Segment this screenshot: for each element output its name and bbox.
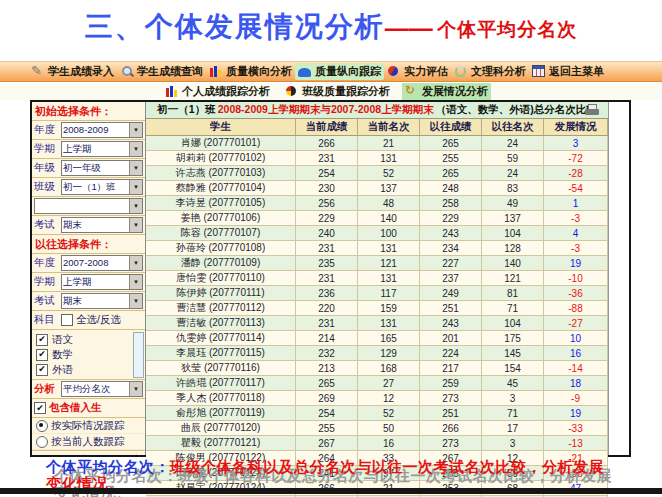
subject-checkbox[interactable] xyxy=(36,364,48,376)
toolbar-item-ring[interactable]: 文理科分析 xyxy=(451,63,529,80)
subject-checkbox[interactable] xyxy=(36,349,48,361)
student-cell: 陈容 (207770107) xyxy=(146,226,296,240)
initial-conditions-label: 初始选择条件： xyxy=(32,102,145,121)
table-row[interactable]: 陈伊婷 (207770111)23611724981-36 xyxy=(146,286,608,301)
change-cell: 4 xyxy=(544,226,608,240)
filter-dropdown[interactable]: 2008-2009▼ xyxy=(61,122,143,138)
current-score-cell: 231 xyxy=(296,241,358,255)
current-rank-cell: 137 xyxy=(358,181,420,195)
radio-icon[interactable] xyxy=(36,436,48,448)
past-rank-cell: 17 xyxy=(482,421,544,435)
report-title: 初一（1）班 2008-2009上学期期末与2007-2008上学期期末 （语文… xyxy=(146,102,608,119)
change-cell: 10 xyxy=(544,331,608,345)
filter-label: 班级 xyxy=(34,180,61,194)
chevron-down-icon[interactable]: ▼ xyxy=(129,180,142,194)
filter-dropdown[interactable]: 上学期▼ xyxy=(61,274,143,290)
subtoolbar-item-pie[interactable]: 班级质量跟踪分析 xyxy=(282,83,393,100)
curve-icon xyxy=(298,65,312,78)
toolbar-item-pencil[interactable]: 学生成绩录入 xyxy=(28,63,117,80)
filter-dropdown[interactable]: 期末▼ xyxy=(61,217,143,233)
toolbar-item-bars[interactable]: 质量横向分析 xyxy=(206,63,295,80)
past-rank-cell: 24 xyxy=(482,166,544,180)
filter-dropdown[interactable]: 期末▼ xyxy=(61,293,143,309)
bottom-bar xyxy=(0,488,662,494)
table-row[interactable]: 唐怡雯 (207770110)231131237121-10 xyxy=(146,271,608,286)
chevron-down-icon[interactable]: ▼ xyxy=(129,123,142,137)
page-title-sub: 个体平均分名次 xyxy=(437,19,577,40)
current-rank-cell: 121 xyxy=(358,256,420,270)
table-row[interactable]: 李晨珏 (207770115)23212922414516 xyxy=(146,346,608,361)
toolbar-item-label: 质量纵向跟踪 xyxy=(315,64,381,79)
filter-dropdown[interactable]: 初一（1）班▼ xyxy=(61,179,143,195)
current-score-cell: 240 xyxy=(296,226,358,240)
table-row[interactable]: 瞿毅 (207770121)267162733-13 xyxy=(146,436,608,451)
analysis-dropdown[interactable]: 平均分名次 ▼ xyxy=(61,381,143,397)
printer-icon[interactable] xyxy=(585,104,600,116)
table-row[interactable]: 潘静 (207770109)23512122714019 xyxy=(146,256,608,271)
table-row[interactable]: 季人杰 (207770118)269122733-9 xyxy=(146,391,608,406)
chevron-down-icon[interactable]: ▼ xyxy=(129,142,142,156)
track-option[interactable]: 按当前人数跟踪 xyxy=(32,434,145,450)
chevron-down-icon[interactable]: ▼ xyxy=(129,294,142,308)
past-score-cell: 227 xyxy=(420,256,482,270)
subtoolbar-item-bars[interactable]: 个人成绩跟踪分析 xyxy=(162,83,273,100)
student-cell: 狄莹 (207770116) xyxy=(146,361,296,375)
filter-dropdown[interactable]: 初一年级▼ xyxy=(61,160,143,176)
filter-dropdown[interactable]: ▼ xyxy=(34,198,143,214)
toolbar-item-sphere[interactable]: 实力评估 xyxy=(384,63,451,80)
table-row[interactable]: 许志燕 (207770103)2545226524-28 xyxy=(146,166,608,181)
chevron-down-icon[interactable]: ▼ xyxy=(129,382,142,396)
confirm-button[interactable]: 确定 xyxy=(40,454,84,455)
current-score-cell: 256 xyxy=(296,196,358,210)
change-cell: -36 xyxy=(544,286,608,300)
past-score-cell: 234 xyxy=(420,241,482,255)
track-option[interactable]: 按实际情况跟踪 xyxy=(32,418,145,434)
column-header: 发展情况 xyxy=(544,119,608,135)
toolbar-item-search[interactable]: 学生成绩查询 xyxy=(117,63,206,80)
table-row[interactable]: 肖娜 (207770101)26621265243 xyxy=(146,136,608,151)
past-rank-cell: 104 xyxy=(482,226,544,240)
table-row[interactable]: 许皓琨 (207770117)265272594518 xyxy=(146,376,608,391)
filter-label: 年度 xyxy=(34,256,61,270)
track-option-label: 按当前人数跟踪 xyxy=(51,435,125,449)
page-title: 三、个体发展情况分析—— 个体平均分名次 xyxy=(0,8,662,46)
filter-dropdown[interactable]: 2007-2008▼ xyxy=(61,255,143,271)
current-rank-cell: 165 xyxy=(358,331,420,345)
change-cell: -13 xyxy=(544,436,608,450)
table-row[interactable]: 胡莉莉 (207770102)23113125559-72 xyxy=(146,151,608,166)
table-row[interactable]: 曲辰 (207770120)2555026617-33 xyxy=(146,421,608,436)
chevron-down-icon[interactable]: ▼ xyxy=(129,161,142,175)
table-row[interactable]: 曹洁慧 (207770112)22015925171-88 xyxy=(146,301,608,316)
past-score-cell: 258 xyxy=(420,196,482,210)
filter-dropdown[interactable]: 上学期▼ xyxy=(61,141,143,157)
chevron-down-icon[interactable]: ▼ xyxy=(129,218,142,232)
past-rank-cell: 3 xyxy=(482,436,544,450)
table-row[interactable]: 陈容 (207770107)2401002431044 xyxy=(146,226,608,241)
change-cell: -28 xyxy=(544,166,608,180)
change-cell: -54 xyxy=(544,181,608,195)
chevron-down-icon[interactable]: ▼ xyxy=(129,199,142,213)
export-button[interactable]: 导出 xyxy=(93,454,137,455)
table-row[interactable]: 仇雯婷 (207770114)21416520117510 xyxy=(146,331,608,346)
subject-checkbox[interactable] xyxy=(36,334,48,346)
chevron-down-icon[interactable]: ▼ xyxy=(129,275,142,289)
table-row[interactable]: 蔡静雅 (207770104)23013724883-54 xyxy=(146,181,608,196)
table-row[interactable]: 姜艳 (207770106)229140229137-3 xyxy=(146,211,608,226)
table-row[interactable]: 李诗昱 (207770105)25648258491 xyxy=(146,196,608,211)
table-scrollbar[interactable] xyxy=(608,102,629,455)
past-rank-cell: 71 xyxy=(482,406,544,420)
toolbar-item-grid[interactable]: 返回主菜单 xyxy=(529,63,607,80)
include-transfer-checkbox[interactable] xyxy=(34,402,46,414)
table-row[interactable]: 狄莹 (207770116)213168217154-14 xyxy=(146,361,608,376)
select-all-checkbox[interactable] xyxy=(61,314,73,326)
subject-scrollbar[interactable] xyxy=(133,332,144,378)
subtoolbar-item-refresh[interactable]: 发展情况分析 xyxy=(402,83,491,100)
table-row[interactable]: 俞彤旭 (207770119)254522517119 xyxy=(146,406,608,421)
toolbar-item-curve[interactable]: 质量纵向跟踪 xyxy=(295,63,384,80)
current-score-cell: 229 xyxy=(296,211,358,225)
chevron-down-icon[interactable]: ▼ xyxy=(129,256,142,270)
table-row[interactable]: 孙蓓玲 (207770108)231131234128-3 xyxy=(146,241,608,256)
table-row[interactable]: 曹洁敏 (207770113)231131243104-27 xyxy=(146,316,608,331)
radio-icon[interactable] xyxy=(36,420,48,432)
past-rank-cell: 3 xyxy=(482,391,544,405)
